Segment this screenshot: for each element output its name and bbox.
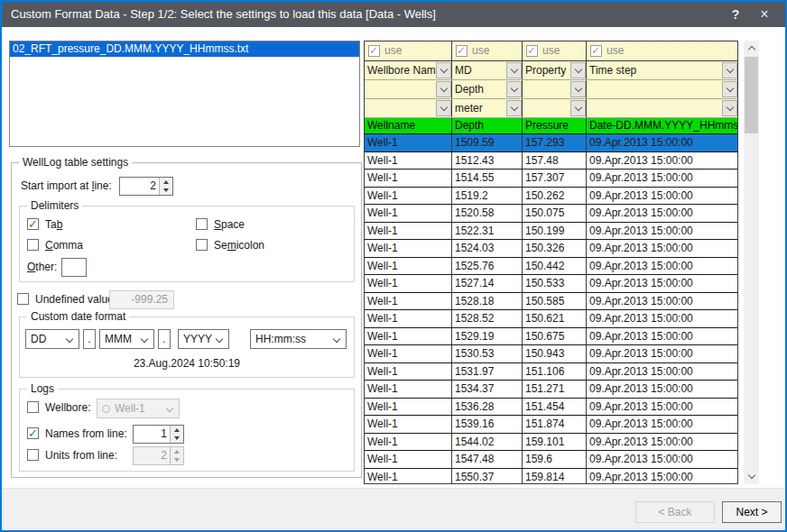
welllog-settings-group: WellLog table settings Start import at l… — [11, 162, 362, 478]
table-row[interactable]: Well-11527.14150.53309.Apr.2013 15:00:00 — [365, 275, 737, 293]
table-row[interactable]: Well-11528.18150.58509.Apr.2013 15:00:00 — [365, 293, 737, 311]
chevron-down-icon — [722, 62, 737, 78]
column-type-select[interactable]: MD — [452, 61, 523, 79]
column-unit-select[interactable] — [523, 99, 587, 117]
tab-label: Tab — [45, 218, 62, 231]
column-unit-select[interactable] — [587, 99, 737, 117]
table-row[interactable]: Well-11539.16151.87409.Apr.2013 15:00:00 — [365, 416, 737, 434]
spin-up-icon — [171, 447, 183, 456]
table-row[interactable]: Well-11519.2150.26209.Apr.2013 15:00:00 — [365, 188, 737, 206]
table-row[interactable]: Well-11536.28151.45409.Apr.2013 15:00:00 — [365, 399, 737, 417]
table-cell: Well-1 — [365, 223, 452, 240]
table-cell: 159.6 — [523, 451, 587, 468]
column-property-select[interactable] — [365, 80, 452, 98]
column-type-select[interactable]: Property — [523, 61, 587, 79]
scrollbar-thumb[interactable] — [745, 57, 758, 133]
table-cell: 1539.16 — [452, 416, 523, 433]
chevron-down-icon — [570, 81, 586, 97]
table-cell: 09.Apr.2013 15:00:00 — [587, 134, 737, 151]
logs-group: Logs Wellbore: Well-1 Names from line: 1… — [19, 389, 355, 472]
file-list[interactable]: 02_RFT_pressure_DD.MMM.YYYY_HHmmss.txt — [9, 41, 360, 147]
table-row[interactable]: Well-11529.19150.67509.Apr.2013 15:00:00 — [365, 328, 737, 346]
table-row[interactable]: Well-11520.58150.07509.Apr.2013 15:00:00 — [365, 205, 737, 223]
next-button[interactable]: Next > — [722, 501, 782, 523]
other-delimiter-input[interactable] — [61, 258, 87, 277]
date-separator-2[interactable]: . — [158, 329, 171, 349]
file-list-item[interactable]: 02_RFT_pressure_DD.MMM.YYYY_HHmmss.txt — [10, 41, 359, 57]
use-header-row: use use use use — [365, 41, 737, 61]
close-icon[interactable]: × — [751, 2, 778, 27]
year-format-select[interactable]: YYYY — [178, 329, 229, 349]
use-checkbox[interactable] — [526, 45, 538, 57]
spin-up-icon[interactable] — [160, 178, 172, 187]
use-checkbox[interactable] — [456, 45, 468, 57]
table-cell: 09.Apr.2013 15:00:00 — [587, 240, 737, 257]
table-cell: 150.675 — [523, 328, 587, 345]
spin-down-icon — [171, 456, 183, 465]
table-row[interactable]: Well-11534.37151.27109.Apr.2013 15:00:00 — [365, 381, 737, 399]
names-from-line-label: Names from line: — [45, 427, 127, 440]
table-row[interactable]: Well-11509.59157.29309.Apr.2013 15:00:00 — [365, 134, 737, 152]
tab-checkbox[interactable] — [27, 218, 39, 230]
day-format-select[interactable]: DD — [25, 329, 79, 349]
names-from-line-spinner[interactable]: 1 — [133, 425, 184, 444]
table-cell: Well-1 — [365, 170, 452, 187]
scroll-down-icon[interactable] — [744, 469, 759, 484]
table-row[interactable]: Well-11531.97151.10609.Apr.2013 15:00:00 — [365, 363, 737, 381]
table-row[interactable]: Well-11524.03150.32609.Apr.2013 15:00:00 — [365, 240, 737, 258]
table-row[interactable]: Well-11544.02159.10109.Apr.2013 15:00:00 — [365, 434, 737, 452]
units-from-line-checkbox[interactable] — [27, 449, 39, 461]
table-row[interactable]: Well-11514.55157.30709.Apr.2013 15:00:00 — [365, 170, 737, 188]
table-row[interactable]: Well-11528.52150.62109.Apr.2013 15:00:00 — [365, 310, 737, 328]
units-from-line-spinner: 2 — [133, 446, 184, 465]
space-checkbox[interactable] — [196, 218, 208, 230]
column-type-select[interactable]: Wellbore Name — [365, 61, 452, 79]
spin-up-icon[interactable] — [171, 426, 183, 435]
chevron-down-icon — [166, 405, 173, 412]
logs-label: Logs — [27, 382, 58, 395]
table-cell: Well-1 — [365, 188, 452, 205]
chevron-down-icon — [436, 62, 451, 78]
names-from-line-checkbox[interactable] — [27, 427, 39, 439]
table-row[interactable]: Well-11547.48159.609.Apr.2013 15:00:00 — [365, 451, 737, 469]
help-icon[interactable]: ? — [722, 2, 749, 27]
semicolon-checkbox[interactable] — [196, 239, 208, 251]
table-row[interactable]: Well-11525.76150.44209.Apr.2013 15:00:00 — [365, 258, 737, 276]
column-unit-select[interactable]: meter — [452, 99, 523, 117]
table-cell: Well-1 — [365, 310, 452, 327]
table-row[interactable]: Well-11530.53150.94309.Apr.2013 15:00:00 — [365, 345, 737, 363]
table-cell: 150.075 — [523, 205, 587, 222]
column-unit-select[interactable] — [365, 99, 452, 117]
scroll-up-icon[interactable] — [744, 41, 759, 56]
column-type-select[interactable]: Time step — [587, 61, 737, 79]
table-cell: 09.Apr.2013 15:00:00 — [587, 188, 737, 205]
chevron-down-icon — [570, 100, 586, 116]
table-cell: 09.Apr.2013 15:00:00 — [587, 328, 737, 345]
spin-down-icon[interactable] — [171, 435, 183, 444]
back-button[interactable]: < Back — [635, 501, 715, 523]
wellbore-checkbox[interactable] — [27, 401, 39, 413]
use-checkbox[interactable] — [590, 45, 602, 57]
start-import-label: Start import at line: — [21, 179, 112, 192]
month-format-select[interactable]: MMM — [99, 329, 154, 349]
column-property-select[interactable] — [587, 80, 737, 98]
date-separator-1[interactable]: . — [83, 329, 96, 349]
start-import-spinner[interactable]: 2 — [119, 177, 173, 196]
vertical-scrollbar[interactable] — [744, 41, 759, 484]
column-property-select[interactable] — [523, 80, 587, 98]
date-format-group: Custom date format DD . MMM . YYYY HH:mm… — [19, 316, 355, 378]
use-checkbox[interactable] — [368, 45, 380, 57]
comma-checkbox[interactable] — [27, 239, 39, 251]
undefined-value-checkbox[interactable] — [17, 293, 29, 305]
welllog-settings-label: WellLog table settings — [19, 156, 132, 169]
table-cell: 150.533 — [523, 275, 587, 292]
space-label: Space — [214, 218, 245, 231]
spin-down-icon[interactable] — [160, 187, 172, 196]
time-format-select[interactable]: HH:mm:ss — [250, 329, 347, 349]
table-row[interactable]: Well-11512.43157.4809.Apr.2013 15:00:00 — [365, 152, 737, 170]
dialog-body: 02_RFT_pressure_DD.MMM.YYYY_HHmmss.txt W… — [2, 27, 785, 488]
table-row[interactable]: Well-11522.31150.19909.Apr.2013 15:00:00 — [365, 223, 737, 241]
table-cell: 150.442 — [523, 258, 587, 275]
column-property-select[interactable]: Depth — [452, 80, 523, 98]
table-row[interactable]: Well-11550.37159.81409.Apr.2013 15:00:00 — [365, 469, 737, 485]
